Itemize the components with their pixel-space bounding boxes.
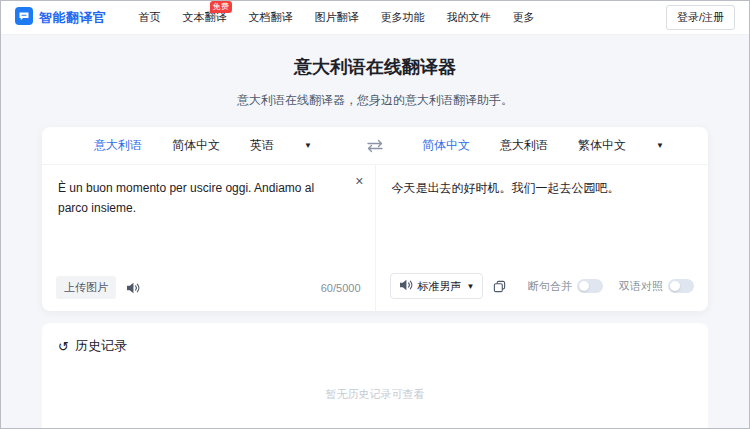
clear-text-icon[interactable]: ×	[355, 174, 363, 188]
nav-item-more-features[interactable]: 更多功能	[381, 10, 425, 25]
nav-item-label: 我的文件	[447, 11, 491, 23]
source-text-input[interactable]: È un buon momento per uscire oggi. Andia…	[42, 165, 375, 272]
target-lang-chevron-down-icon[interactable]: ▼	[656, 141, 664, 150]
login-register-button[interactable]: 登录/注册	[666, 5, 735, 30]
source-panel: È un buon momento per uscire oggi. Andia…	[42, 165, 376, 311]
swap-languages-icon[interactable]	[365, 139, 385, 153]
bilingual-compare-label: 双语对照	[619, 279, 663, 294]
target-lang-tab-simplified-chinese[interactable]: 简体中文	[422, 137, 470, 154]
nav-item-my-files[interactable]: 我的文件	[447, 10, 491, 25]
source-language-tabs: 意大利语 简体中文 英语 ▼	[42, 137, 380, 154]
nav-item-home[interactable]: 首页	[139, 10, 161, 25]
nav-item-label: 首页	[139, 11, 161, 23]
free-badge: 免费	[210, 1, 232, 13]
voice-label: 标准男声	[418, 279, 462, 294]
page: 智能翻译官 首页 文本翻译 免费 文档翻译 图片翻译 更多功能 我的文件	[0, 0, 750, 429]
char-count: 60/5000	[321, 282, 361, 294]
bilingual-compare-switch[interactable]	[668, 279, 694, 293]
voice-chevron-down-icon: ▼	[467, 282, 475, 291]
upload-image-button[interactable]: 上传图片	[56, 276, 116, 299]
history-card: ↺ 历史记录 暂无历史记录可查看	[42, 323, 708, 429]
source-lang-tab-italian[interactable]: 意大利语	[94, 137, 142, 154]
toggle-group: 断句合并 双语对照	[528, 279, 694, 294]
nav-item-label: 文档翻译	[249, 11, 293, 23]
target-panel: 今天是出去的好时机。我们一起去公园吧。 标准男声 ▼	[376, 165, 709, 311]
nav-item-image-translate[interactable]: 图片翻译	[315, 10, 359, 25]
nav-item-label: 图片翻译	[315, 11, 359, 23]
nav-item-label: 更多	[513, 11, 535, 23]
top-navbar: 智能翻译官 首页 文本翻译 免费 文档翻译 图片翻译 更多功能 我的文件	[1, 1, 749, 35]
history-title-row: ↺ 历史记录	[58, 337, 692, 355]
target-speaker-icon	[399, 277, 413, 295]
brand-logo[interactable]: 智能翻译官	[15, 7, 107, 29]
source-lang-chevron-down-icon[interactable]: ▼	[304, 141, 312, 150]
nav-item-more[interactable]: 更多	[513, 10, 535, 25]
source-panel-footer: 上传图片 60/5000	[42, 272, 375, 311]
language-tabs-row: 意大利语 简体中文 英语 ▼ 简体中文 意大利语 繁体中文 ▼	[42, 127, 708, 165]
nav-item-label: 更多功能	[381, 11, 425, 23]
page-title: 意大利语在线翻译器	[1, 55, 749, 79]
merge-sentences-toggle-item: 断句合并	[528, 279, 603, 294]
nav-item-doc-translate[interactable]: 文档翻译	[249, 10, 293, 25]
history-empty-text: 暂无历史记录可查看	[58, 387, 692, 402]
page-subtitle: 意大利语在线翻译器，您身边的意大利语翻译助手。	[1, 92, 749, 109]
translator-card: 意大利语 简体中文 英语 ▼ 简体中文 意大利语 繁体中文 ▼ È	[42, 127, 708, 311]
target-lang-tab-traditional-chinese[interactable]: 繁体中文	[578, 137, 626, 154]
voice-select[interactable]: 标准男声 ▼	[390, 273, 484, 299]
bilingual-compare-toggle-item: 双语对照	[619, 279, 694, 294]
target-text-output: 今天是出去的好时机。我们一起去公园吧。	[376, 165, 709, 269]
source-lang-tab-english[interactable]: 英语	[250, 137, 274, 154]
source-lang-tab-simplified-chinese[interactable]: 简体中文	[172, 137, 220, 154]
brand-name: 智能翻译官	[39, 9, 107, 27]
history-title: 历史记录	[75, 337, 127, 355]
nav-item-text-translate[interactable]: 文本翻译 免费	[183, 10, 227, 25]
target-lang-tab-italian[interactable]: 意大利语	[500, 137, 548, 154]
target-language-tabs: 简体中文 意大利语 繁体中文 ▼	[380, 137, 708, 154]
translation-panels: È un buon momento per uscire oggi. Andia…	[42, 165, 708, 311]
source-speaker-icon[interactable]	[126, 282, 140, 294]
main-nav: 首页 文本翻译 免费 文档翻译 图片翻译 更多功能 我的文件 更多	[139, 10, 535, 25]
copy-icon[interactable]	[493, 280, 506, 293]
target-panel-footer: 标准男声 ▼ 断句合并	[376, 269, 709, 311]
history-icon: ↺	[58, 339, 69, 354]
hero-section: 意大利语在线翻译器 意大利语在线翻译器，您身边的意大利语翻译助手。	[1, 35, 749, 109]
merge-sentences-switch[interactable]	[577, 279, 603, 293]
merge-sentences-label: 断句合并	[528, 279, 572, 294]
app-logo-icon	[15, 7, 33, 29]
